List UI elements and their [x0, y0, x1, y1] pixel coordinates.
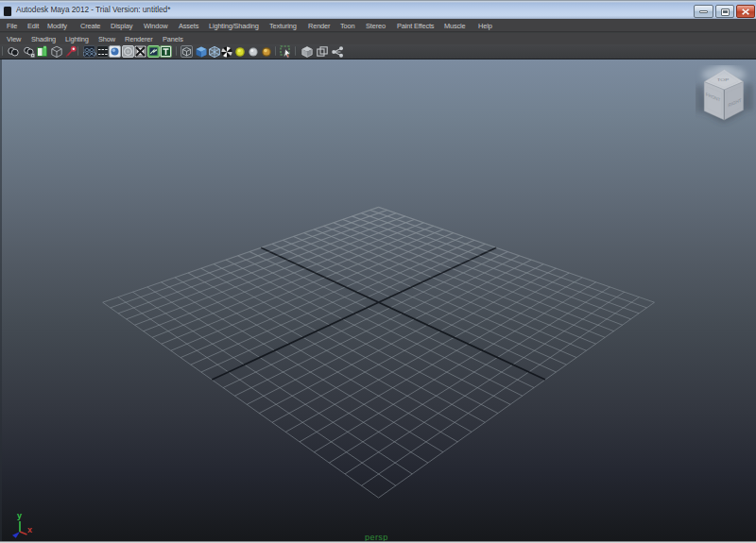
- svg-text:y: y: [17, 511, 22, 520]
- svg-text:TOP: TOP: [717, 77, 730, 81]
- svg-text:x: x: [27, 525, 32, 535]
